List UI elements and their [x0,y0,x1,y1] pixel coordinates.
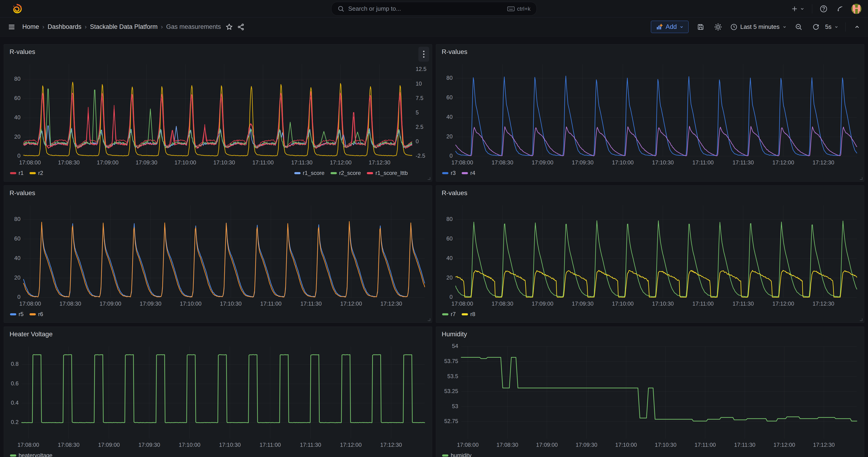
legend-series-chip [367,172,373,174]
time-range-picker[interactable]: Last 5 minutes [731,23,786,30]
svg-text:17:10:00: 17:10:00 [179,441,200,448]
legend-series-label: r3 [451,170,456,176]
refresh-button[interactable] [811,22,821,32]
toolbar-actions: Add [651,21,862,33]
legend-item[interactable]: heatervoltage [10,452,52,457]
legend-group-left: heatervoltage [10,452,52,457]
news-button[interactable] [835,4,845,14]
menu-icon [8,23,16,31]
svg-text:17:10:00: 17:10:00 [175,159,196,165]
time-range-label: Last 5 minutes [740,23,779,30]
legend-item[interactable]: r8 [462,311,475,317]
svg-text:17:10:00: 17:10:00 [615,441,637,448]
panel-rvalues-3: 17:08:0017:08:3017:09:0017:09:3017:10:00… [4,185,432,323]
panel-humidity: 17:08:0017:08:3017:09:0017:09:3017:10:00… [436,327,864,457]
panel-resize-handle[interactable] [428,177,430,180]
legend-item[interactable]: r5 [10,311,24,317]
svg-text:17:08:30: 17:08:30 [492,301,513,307]
favorite-star-button[interactable] [224,22,234,32]
breadcrumb-separator: › [85,23,87,30]
zoom-out-button[interactable] [794,22,804,32]
search-shortcut: ctrl+k [507,6,530,12]
save-dashboard-button[interactable] [695,22,706,32]
panel-resize-handle[interactable] [428,318,430,321]
mega-menu-button[interactable] [6,22,17,32]
legend-series-label: r1_score_lttb [375,170,408,176]
legend-item[interactable]: humidity [442,452,471,457]
legend-series-label: r8 [470,311,475,317]
news-icon [836,5,844,12]
legend-item[interactable]: r7 [442,311,456,317]
panel-title[interactable]: Humidity [442,331,467,338]
legend-group-right: r1_scorer2_scorer1_score_lttb [294,170,408,176]
timeseries-chart[interactable]: 17:08:0017:08:3017:09:0017:09:3017:10:00… [436,186,865,323]
timeseries-chart[interactable]: 17:08:0017:08:3017:09:0017:09:3017:10:00… [4,186,432,323]
svg-text:17:11:30: 17:11:30 [734,441,755,448]
share-icon [237,23,245,31]
legend-item[interactable]: r1_score [294,170,324,176]
svg-text:0: 0 [415,138,418,145]
svg-text:20: 20 [446,133,453,140]
new-menu-button[interactable] [790,4,806,14]
chevron-down-icon [800,6,805,11]
help-button[interactable] [818,3,829,14]
svg-text:17:12:00: 17:12:00 [772,159,794,165]
svg-text:40: 40 [14,255,21,261]
dashboard-settings-button[interactable] [713,22,723,32]
timeseries-chart[interactable]: 17:08:0017:08:3017:09:0017:09:3017:10:00… [436,44,865,182]
refresh-icon [812,23,820,31]
breadcrumb-home[interactable]: Home [22,23,39,30]
legend-item[interactable]: r1 [10,170,24,176]
global-search[interactable]: ctrl+k [331,2,537,16]
keyboard-icon [507,6,515,12]
grafana-logo-icon[interactable] [12,3,22,14]
svg-text:17:08:30: 17:08:30 [497,441,518,448]
plus-icon [791,5,798,12]
collapse-toolbar-button[interactable] [852,23,862,31]
search-input[interactable] [348,5,503,12]
panel-resize-handle[interactable] [860,177,862,180]
user-avatar[interactable] [851,4,862,14]
timeseries-chart[interactable]: 17:08:0017:08:3017:09:0017:09:3017:10:00… [436,327,865,457]
collapse-icon [854,24,860,30]
svg-text:17:08:00: 17:08:00 [452,301,473,307]
legend-item[interactable]: r2_score [331,170,361,176]
svg-text:17:08:00: 17:08:00 [452,159,473,165]
svg-text:17:12:30: 17:12:30 [813,441,835,448]
legend-item[interactable]: r4 [462,170,475,176]
svg-text:12.5: 12.5 [415,66,427,72]
panel-title[interactable]: R-values [442,48,467,56]
dashboard-grid: 17:08:0017:08:3017:09:0017:09:3017:10:00… [0,36,868,457]
svg-text:40: 40 [446,255,453,261]
svg-text:17:09:00: 17:09:00 [97,159,118,165]
legend-series-label: r4 [470,170,475,176]
legend-series-chip [462,313,468,315]
timeseries-chart[interactable]: 17:08:0017:08:3017:09:0017:09:3017:10:00… [4,44,432,182]
legend-series-label: r5 [19,311,24,317]
svg-text:17:12:00: 17:12:00 [340,301,362,307]
svg-text:0.4: 0.4 [11,400,19,406]
panel-title[interactable]: R-values [442,189,467,197]
legend-series-chip [294,172,301,174]
panel-menu-button[interactable] [418,47,429,62]
refresh-interval-picker[interactable]: 5s [825,23,838,30]
panel-title[interactable]: R-values [9,48,35,56]
legend-item[interactable]: r1_score_lttb [367,170,408,176]
breadcrumb-dashboards[interactable]: Dashboards [48,23,82,30]
svg-text:40: 40 [14,114,21,120]
breadcrumb-folder[interactable]: Stackable Data Platform [90,23,158,30]
svg-text:5: 5 [415,109,418,116]
panel-title[interactable]: Heater Voltage [9,331,53,338]
panel-title[interactable]: R-values [9,189,35,197]
panel-chart-add-icon [656,24,663,30]
svg-text:17:11:00: 17:11:00 [692,159,714,165]
share-button[interactable] [236,22,246,32]
svg-text:60: 60 [446,94,453,100]
legend-item[interactable]: r3 [442,170,456,176]
legend-item[interactable]: r2 [30,170,43,176]
timeseries-chart[interactable]: 17:08:0017:08:3017:09:0017:09:3017:10:00… [4,327,432,457]
legend-series-label: r2 [38,170,43,176]
legend-item[interactable]: r6 [30,311,43,317]
add-panel-button[interactable]: Add [651,21,688,33]
panel-resize-handle[interactable] [860,318,862,321]
